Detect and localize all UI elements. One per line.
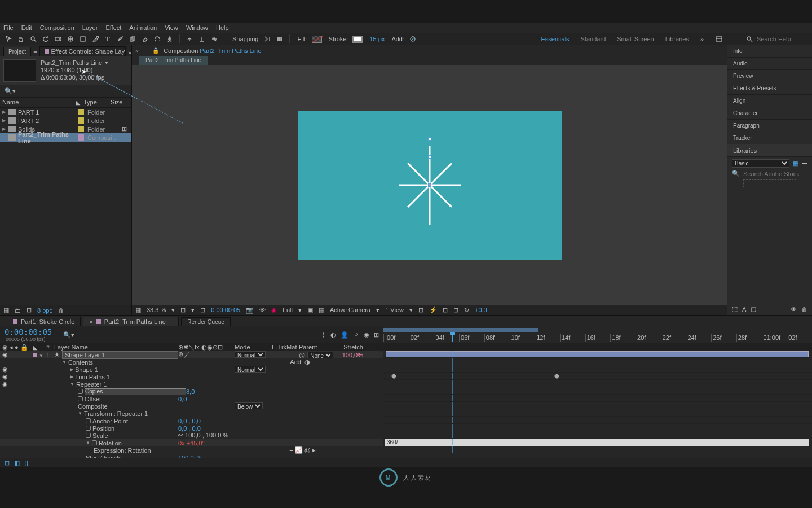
expr-lang-icon[interactable]: ▸ — [312, 446, 316, 453]
roto-tool-icon[interactable] — [153, 35, 161, 43]
stroke-label[interactable]: Stroke: — [329, 36, 348, 42]
property-row[interactable]: Scale⚯ 100,0 , 100,0 % — [0, 432, 383, 439]
stopwatch-icon[interactable] — [92, 440, 97, 445]
keyframe-icon[interactable] — [554, 374, 560, 379]
workspace-libraries[interactable]: Libraries — [665, 36, 689, 42]
timeline-tracks[interactable] — [383, 343, 812, 458]
view-axis-icon[interactable] — [210, 35, 218, 43]
tab-menu-icon[interactable]: ≡ — [266, 47, 269, 54]
exposure-value[interactable]: +0,0 — [475, 306, 487, 313]
scale-value[interactable]: ⚯ 100,0 , 100,0 % — [178, 432, 228, 439]
panel-tab-preview[interactable]: Preview — [727, 70, 812, 82]
workspace-small-screen[interactable]: Small Screen — [617, 36, 654, 42]
flowchart-icon[interactable]: ⊞ — [122, 125, 129, 133]
menu-window[interactable]: Window — [186, 24, 208, 31]
rect-tool-icon[interactable] — [79, 35, 87, 43]
library-dropzone[interactable] — [743, 179, 796, 187]
timecode-icon[interactable]: ⊟ — [200, 306, 205, 314]
fill-label[interactable]: Fill: — [298, 36, 307, 42]
timeline-tab[interactable]: Part1_Stroke Circle — [7, 317, 81, 326]
menu-help[interactable]: Help — [216, 24, 229, 31]
copies-input[interactable] — [85, 388, 186, 395]
zoom-tool-icon[interactable] — [29, 35, 37, 43]
tab-project[interactable]: Project — [3, 47, 31, 56]
stroke-swatch[interactable] — [352, 36, 363, 43]
parent-dropdown[interactable]: None — [307, 352, 333, 358]
resolution-dropdown[interactable]: Full — [283, 306, 293, 313]
viewer-timecode[interactable]: 0:00:00:05 — [211, 306, 240, 313]
world-axis-icon[interactable] — [198, 35, 206, 43]
brush-tool-icon[interactable] — [116, 35, 124, 43]
col-name[interactable]: Name — [2, 99, 76, 106]
lib-trash-icon[interactable]: 🗑 — [801, 306, 807, 313]
timeline-tab[interactable]: Render Queue — [181, 317, 231, 326]
toggle-switches-icon[interactable]: ⊞ — [5, 459, 10, 467]
menu-file[interactable]: File — [3, 24, 14, 31]
expr-pickwhip-icon[interactable]: @ — [304, 446, 311, 453]
lib-list-icon[interactable]: ☰ — [802, 160, 807, 167]
layer-name[interactable]: Shape Layer 1 — [62, 351, 178, 359]
pen-tool-icon[interactable] — [91, 35, 99, 43]
resolution-icon[interactable]: ⊡ — [180, 306, 186, 314]
breadcrumb[interactable]: Part2_Trim Paths Line — [139, 56, 208, 65]
start-opacity-value[interactable]: 100,0 % — [178, 454, 201, 459]
pickwhip-icon[interactable]: @ — [299, 352, 305, 358]
add-label[interactable]: Add: — [391, 36, 404, 42]
draft3d-icon[interactable]: ◐ — [330, 331, 336, 339]
panel-tab-info[interactable]: Info — [727, 45, 812, 58]
composite-dropdown[interactable]: Below — [235, 402, 263, 409]
stroke-width[interactable]: 15 px — [369, 36, 385, 42]
lib-add-icon[interactable]: ⬚ — [732, 305, 738, 313]
motion-blur-icon[interactable]: ◉ — [364, 331, 369, 339]
pan-behind-tool-icon[interactable] — [67, 35, 74, 43]
comp-mini-flowchart-icon[interactable]: ⊹ — [321, 331, 326, 339]
type-tool-icon[interactable]: T — [104, 35, 112, 43]
rotate-tool-icon[interactable] — [42, 35, 50, 43]
lib-sync-icon[interactable]: 👁 — [791, 306, 797, 313]
shy-switch-icon[interactable]: ⊛ — [178, 351, 183, 359]
layer-anchor[interactable] — [428, 183, 431, 187]
add-shape-icon[interactable] — [409, 35, 417, 43]
stopwatch-icon[interactable] — [86, 426, 91, 431]
stretch-value[interactable]: 100,0% — [338, 352, 367, 358]
timeline-icon[interactable]: ⊟ — [443, 306, 448, 314]
new-comp-icon[interactable]: ⊞ — [27, 306, 32, 314]
property-row[interactable]: ◉▶Shape 1Normal — [0, 366, 383, 373]
anchor-value[interactable]: 0,0 , 0,0 — [178, 418, 201, 424]
comp-flowchart-icon[interactable]: ⊞ — [453, 306, 458, 314]
layer-bar[interactable] — [386, 351, 809, 357]
property-row-copies[interactable]: 8,0 — [0, 388, 383, 395]
library-dropdown[interactable]: Basic — [732, 159, 789, 168]
offset-value[interactable]: 0,0 — [178, 396, 187, 402]
snap-edge-icon[interactable] — [263, 35, 271, 43]
workspace-reset-icon[interactable] — [715, 35, 723, 43]
interpret-icon[interactable]: ▦ — [3, 306, 9, 314]
stopwatch-icon[interactable] — [86, 433, 91, 438]
frame-blend-icon[interactable]: ⫽ — [353, 331, 359, 339]
view-layout-dropdown[interactable]: 1 View — [385, 306, 404, 313]
lib-grid-icon[interactable]: ▦ — [793, 160, 798, 167]
col-label-icon[interactable]: ◣ — [76, 99, 83, 106]
timeline-tab[interactable]: ×Part2_Trim Paths Line≡ — [83, 317, 179, 326]
panel-tab-audio[interactable]: Audio — [727, 58, 812, 70]
toggle-in-out-icon[interactable]: {} — [24, 459, 28, 466]
property-row[interactable]: ◉▼Repeater 1 — [0, 380, 383, 388]
show-snapshot-icon[interactable]: 👁 — [259, 306, 266, 313]
lib-text-icon[interactable]: A — [742, 306, 746, 313]
tab-close-icon[interactable]: × — [89, 318, 92, 325]
expression-row[interactable]: Expression: Rotation= 📈 @ ▸ — [0, 446, 383, 454]
rotation-value[interactable]: 0x +45,0° — [178, 440, 205, 446]
viewer[interactable] — [132, 65, 727, 305]
toggle-modes-icon[interactable]: ◧ — [14, 459, 20, 467]
menu-layer[interactable]: Layer — [82, 24, 98, 31]
graph-editor-icon[interactable]: ⊞ — [374, 331, 379, 339]
property-row[interactable]: Position0,0 , 0,0 — [0, 424, 383, 432]
panel-menu-icon[interactable]: ≡ — [803, 147, 806, 154]
property-row[interactable]: ▼Transform : Repeater 1 — [0, 410, 383, 417]
search-help-input[interactable] — [757, 36, 807, 42]
panel-overflow-left-icon[interactable]: « — [135, 47, 139, 54]
menu-view[interactable]: View — [165, 24, 178, 31]
keyframe-icon[interactable] — [391, 374, 397, 379]
snapshot-icon[interactable]: 📷 — [246, 306, 254, 314]
fill-swatch[interactable] — [312, 36, 322, 43]
